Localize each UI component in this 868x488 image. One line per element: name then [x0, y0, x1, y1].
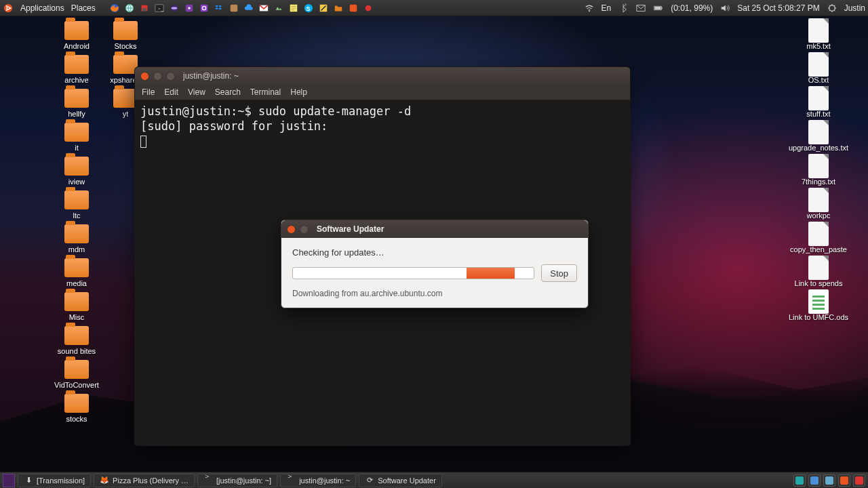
folder-tray-icon[interactable] — [333, 3, 344, 14]
show-desktop-button[interactable] — [3, 474, 15, 487]
tray-app-icon-4[interactable] — [838, 474, 850, 487]
task-icon: ⟳ — [365, 476, 374, 485]
desktop-icon-label: yt — [123, 110, 129, 118]
tray-app-icon-1[interactable] — [793, 474, 806, 487]
terminal-menu-file[interactable]: File — [142, 87, 155, 97]
desktop-folder[interactable]: VidToConvert — [39, 358, 114, 389]
skype-icon[interactable]: S — [303, 3, 314, 14]
picture-icon[interactable] — [273, 3, 284, 14]
desktop-file[interactable]: mk5.txt — [781, 19, 856, 50]
tray-app-icon-3[interactable] — [823, 474, 835, 487]
folder-icon — [64, 258, 89, 277]
stop-button[interactable]: Stop — [541, 264, 577, 282]
terminal-titlebar[interactable]: justin@justin: ~ — [135, 67, 630, 85]
terminal-minimize-icon[interactable] — [153, 72, 162, 81]
generic-app-icon-1[interactable] — [229, 3, 239, 14]
dropbox-icon[interactable] — [214, 3, 224, 14]
power-cog-icon[interactable] — [827, 3, 837, 14]
places-menu[interactable]: Places — [71, 3, 96, 13]
terminal-menu-edit[interactable]: Edit — [164, 87, 178, 97]
task-icon: 🦊 — [100, 476, 109, 485]
taskbar-task[interactable]: ⬇ [Transmission] — [18, 474, 91, 487]
desktop-folder[interactable]: ltc — [39, 188, 114, 220]
task-label: justin@justin: ~ — [299, 476, 350, 485]
desktop-folder[interactable]: sound bites — [39, 324, 114, 355]
wifi-icon[interactable] — [584, 3, 595, 14]
terminal-maximize-icon[interactable] — [166, 72, 175, 81]
updater-titlebar[interactable]: Software Updater — [281, 220, 588, 238]
user-menu[interactable]: Justin — [844, 3, 865, 13]
record-icon[interactable] — [363, 3, 374, 14]
desktop-icon-label: stocks — [66, 415, 87, 423]
desktop-icon-label: 7things.txt — [802, 178, 835, 186]
desktop-file[interactable]: 7things.txt — [781, 155, 856, 186]
bottom-panel: ⬇ [Transmission] 🦊 Pizza Plus (Delivery … — [0, 472, 868, 488]
transmission-icon[interactable] — [139, 3, 150, 14]
desktop-file[interactable]: copy_then_paste — [781, 222, 856, 253]
desktop-folder[interactable]: Stocks — [88, 19, 163, 50]
folder-icon — [64, 89, 89, 108]
desktop-folder[interactable]: stocks — [39, 392, 114, 423]
desktop-icon-label: stuff.txt — [806, 110, 830, 118]
terminal-menu-terminal[interactable]: Terminal — [250, 87, 281, 97]
desktop-folder[interactable]: Misc — [39, 290, 114, 321]
applications-menu[interactable]: Applications — [20, 3, 64, 13]
desktop-icon-label: sound bites — [58, 347, 96, 355]
purple-app-icon[interactable] — [184, 3, 195, 14]
desktop-file[interactable]: Link to spends — [781, 256, 856, 287]
svg-text:S: S — [306, 5, 310, 12]
orange-app-icon[interactable] — [348, 3, 359, 14]
tray-app-icon-2[interactable] — [808, 474, 821, 487]
desktop-file[interactable]: stuff.txt — [781, 87, 856, 118]
taskbar-task[interactable]: ⟳ Software Updater — [359, 474, 442, 487]
battery-text: (0:01, 99%) — [671, 3, 713, 13]
taskbar-task[interactable]: ＞_ [justin@justin: ~] — [197, 474, 277, 487]
bluetooth-icon[interactable] — [618, 3, 629, 14]
firefox-icon[interactable] — [109, 3, 120, 14]
text-file-icon — [808, 154, 829, 178]
folder-icon — [64, 190, 89, 209]
globe-icon[interactable] — [124, 3, 135, 14]
top-panel: Applications Places ＞_ S En — [0, 0, 868, 16]
svg-point-2 — [9, 7, 11, 8]
note-icon[interactable] — [288, 3, 299, 14]
gear-purple-icon[interactable] — [199, 3, 210, 14]
desktop-icon-label: VidToConvert — [54, 381, 99, 389]
eclipse-icon[interactable] — [169, 3, 180, 14]
desktop-folder[interactable]: mdm — [39, 222, 114, 253]
terminal-close-icon[interactable] — [140, 72, 149, 81]
tray-app-icon-5[interactable] — [853, 474, 865, 487]
battery-icon[interactable] — [653, 3, 664, 14]
taskbar-task[interactable]: ＞_ justin@justin: ~ — [280, 474, 356, 487]
volume-icon[interactable] — [719, 3, 730, 14]
updater-close-icon[interactable] — [287, 225, 296, 234]
yellow-app-icon[interactable] — [318, 3, 329, 14]
task-label: [Transmission] — [37, 476, 85, 485]
clock[interactable]: Sat 25 Oct 5:08:27 PM — [737, 3, 819, 13]
terminal-menu-help[interactable]: Help — [290, 87, 307, 97]
language-indicator[interactable]: En — [601, 3, 612, 13]
desktop-folder[interactable]: iview — [39, 155, 114, 186]
desktop-file[interactable]: Link to UMFC.ods — [781, 290, 856, 321]
desktop-file[interactable]: workpc — [781, 188, 856, 220]
terminal-tray-icon[interactable]: ＞_ — [154, 3, 165, 14]
blue-cloud-icon[interactable] — [243, 3, 254, 14]
folder-icon — [113, 21, 138, 40]
updater-minimize-icon[interactable] — [300, 225, 309, 234]
terminal-line-1: justin@justin:~$ sudo update-manager -d — [140, 104, 411, 118]
desktop-file[interactable]: OS.txt — [781, 53, 856, 84]
desktop-folder[interactable]: it — [39, 121, 114, 152]
terminal-menu-search[interactable]: Search — [215, 87, 241, 97]
mail-indicator-icon[interactable] — [635, 3, 646, 14]
svg-point-27 — [589, 10, 590, 12]
software-updater-dialog[interactable]: Software Updater Checking for updates… S… — [281, 220, 589, 308]
desktop-file[interactable]: upgrade_notes.txt — [781, 121, 856, 152]
terminal-menu-view[interactable]: View — [188, 87, 205, 97]
folder-icon — [64, 55, 89, 74]
taskbar-task[interactable]: 🦊 Pizza Plus (Delivery … — [94, 474, 195, 487]
desktop-folder[interactable]: media — [39, 256, 114, 287]
desktop-icon-label: mdm — [68, 245, 85, 253]
gmail-icon[interactable] — [258, 3, 269, 14]
bottom-tray — [793, 474, 865, 487]
ubuntu-logo-icon[interactable] — [3, 3, 14, 14]
